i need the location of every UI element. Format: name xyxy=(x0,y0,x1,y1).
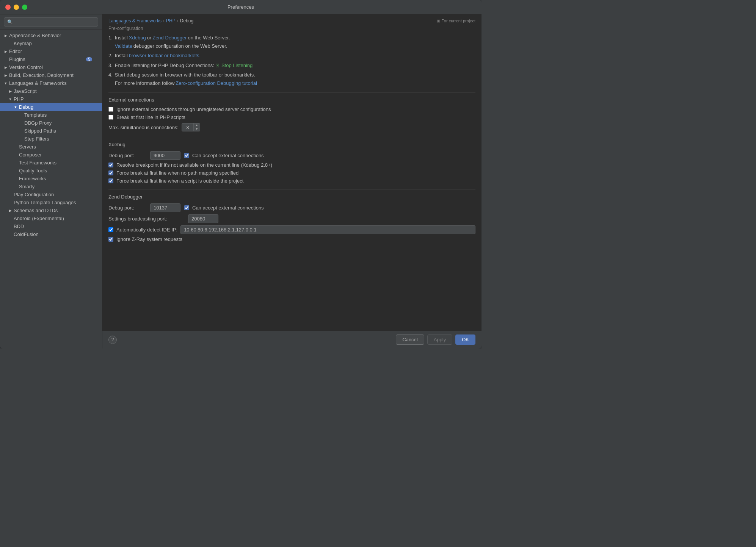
xdebug-can-accept-row: Can accept external connections xyxy=(184,153,264,158)
expand-arrow-icon xyxy=(8,232,13,237)
zend-debug-port-input[interactable] xyxy=(150,203,180,212)
sidebar-item-label: Quality Tools xyxy=(19,168,92,173)
cancel-button[interactable]: Cancel xyxy=(396,334,424,345)
browser-toolbar-link[interactable]: browser toolbar or bookmarklets. xyxy=(129,52,201,59)
sidebar-item-play-configuration[interactable]: Play Configuration xyxy=(0,191,102,198)
xdebug-can-accept-checkbox[interactable] xyxy=(184,153,189,158)
settings-icon xyxy=(94,216,99,221)
zend-broadcast-port-label: Settings broadcasting port: xyxy=(108,216,184,222)
sidebar-item-templates[interactable]: Templates xyxy=(0,111,102,119)
sidebar-item-label: BDD xyxy=(14,223,92,229)
break-first-line-label: Break at first line in PHP scripts xyxy=(116,114,185,120)
external-connections-title: External connections xyxy=(108,97,475,103)
sidebar-item-smarty[interactable]: Smarty xyxy=(0,183,102,191)
minimize-button[interactable] xyxy=(14,5,19,10)
sidebar-item-label: Version Control xyxy=(9,64,92,70)
sidebar-item-label: Editor xyxy=(9,48,99,54)
zend-debugger-title: Zend Debugger xyxy=(108,194,475,200)
sidebar-item-languages-frameworks[interactable]: ▼ Languages & Frameworks xyxy=(0,79,102,87)
expand-arrow-icon: ▶ xyxy=(3,65,8,70)
xdebug-port-row: Debug port: Can accept external connecti… xyxy=(108,151,475,160)
xdebug-force-break-no-mapping-checkbox[interactable] xyxy=(108,170,113,175)
xdebug-force-break-outside-checkbox[interactable] xyxy=(108,178,113,183)
sidebar-item-build-execution[interactable]: ▶ Build, Execution, Deployment xyxy=(0,71,102,79)
sidebar-item-appearance-behavior[interactable]: ▶ Appearance & Behavior xyxy=(0,31,102,39)
zend-port-row: Debug port: Can accept external connecti… xyxy=(108,203,475,212)
sidebar-item-dbgp-proxy[interactable]: DBGp Proxy xyxy=(0,119,102,127)
settings-icon xyxy=(94,224,99,229)
sidebar-item-step-filters[interactable]: Step Filters xyxy=(0,135,102,143)
expand-arrow-icon xyxy=(8,41,13,46)
breadcrumb-php[interactable]: PHP xyxy=(166,18,176,23)
zend-can-accept-row: Can accept external connections xyxy=(184,205,264,211)
zend-auto-detect-ip-input[interactable] xyxy=(180,225,475,234)
step-4-line2: For more information follow Zero-configu… xyxy=(115,80,257,87)
sidebar-item-schemas-dtds[interactable]: ▶ Schemas and DTDs xyxy=(0,206,102,214)
sidebar-item-test-frameworks[interactable]: Test Frameworks xyxy=(0,159,102,167)
expand-arrow-icon: ▶ xyxy=(3,49,8,54)
sidebar-item-bdd[interactable]: BDD xyxy=(0,222,102,230)
spinner-down-button[interactable]: ▼ xyxy=(194,127,200,131)
breadcrumb-languages-frameworks[interactable]: Languages & Frameworks xyxy=(108,18,162,23)
sidebar-item-label: Appearance & Behavior xyxy=(9,33,92,38)
xdebug-link[interactable]: Xdebug xyxy=(129,34,146,42)
ok-button[interactable]: OK xyxy=(455,334,475,345)
break-first-line-checkbox[interactable] xyxy=(108,115,113,120)
settings-icon xyxy=(94,232,99,237)
settings-icon xyxy=(94,65,99,70)
help-button[interactable]: ? xyxy=(108,336,117,344)
zend-ignore-z-ray-checkbox[interactable] xyxy=(108,237,113,242)
sidebar-item-composer[interactable]: Composer xyxy=(0,151,102,159)
validate-link[interactable]: Validate xyxy=(115,42,132,50)
sidebar-item-android[interactable]: Android (Experimental) xyxy=(0,214,102,222)
zend-ignore-z-ray-row: Ignore Z-Ray system requests xyxy=(108,236,475,242)
sidebar-item-quality-tools[interactable]: Quality Tools xyxy=(0,167,102,175)
sidebar-item-coldfusion[interactable]: ColdFusion xyxy=(0,230,102,238)
zend-debugger-link[interactable]: Zend Debugger xyxy=(152,34,187,42)
sidebar-item-label: Build, Execution, Deployment xyxy=(9,72,92,78)
zero-config-link[interactable]: Zero-configuration Debugging tutorial xyxy=(176,80,257,87)
zend-can-accept-checkbox[interactable] xyxy=(184,205,189,210)
spinner-buttons: ▲ ▼ xyxy=(193,123,200,131)
expand-arrow-icon xyxy=(18,136,24,142)
apply-button[interactable]: Apply xyxy=(427,334,453,345)
xdebug-can-accept-label: Can accept external connections xyxy=(192,153,264,158)
expand-arrow-icon xyxy=(13,184,18,189)
sidebar: ▶ Appearance & Behavior Keymap ▶ Editor xyxy=(0,14,102,349)
xdebug-force-break-no-mapping-row: Force break at first line when no path m… xyxy=(108,170,475,176)
sidebar-item-php[interactable]: ▼ PHP xyxy=(0,95,102,103)
sidebar-item-python-template-languages[interactable]: Python Template Languages xyxy=(0,198,102,206)
sidebar-item-skipped-paths[interactable]: Skipped Paths xyxy=(0,127,102,135)
expand-arrow-icon xyxy=(18,120,24,126)
search-input[interactable] xyxy=(4,17,98,27)
close-button[interactable] xyxy=(5,5,11,10)
stop-listening-link[interactable]: Stop Listening xyxy=(221,62,253,69)
settings-icon xyxy=(94,168,99,173)
sidebar-item-version-control[interactable]: ▶ Version Control xyxy=(0,63,102,71)
xdebug-debug-port-input[interactable] xyxy=(150,151,180,160)
zend-auto-detect-row: Automatically detect IDE IP: xyxy=(108,225,475,234)
footer: ? Cancel Apply OK xyxy=(102,330,482,349)
sidebar-item-label: JavaScript xyxy=(14,88,92,94)
settings-icon xyxy=(94,192,99,197)
settings-icon xyxy=(94,184,99,189)
sidebar-item-plugins[interactable]: Plugins 5 xyxy=(0,55,102,63)
xdebug-force-break-outside-label: Force break at first line when a script … xyxy=(116,178,243,184)
sidebar-item-frameworks[interactable]: Frameworks xyxy=(0,175,102,183)
sidebar-item-servers[interactable]: Servers xyxy=(0,143,102,151)
expand-arrow-icon xyxy=(8,224,13,229)
content-scroll: 1. Install Xdebug or Zend Debugger on th… xyxy=(102,34,482,330)
maximize-button[interactable] xyxy=(22,5,27,10)
ignore-external-checkbox[interactable] xyxy=(108,107,113,112)
sidebar-item-editor[interactable]: ▶ Editor xyxy=(0,47,102,55)
break-first-line-row: Break at first line in PHP scripts xyxy=(108,114,475,120)
zend-broadcast-port-input[interactable] xyxy=(188,214,218,223)
sidebar-item-javascript[interactable]: ▶ JavaScript xyxy=(0,87,102,95)
zend-auto-detect-checkbox[interactable] xyxy=(108,227,113,232)
step-2-num: 2. xyxy=(108,52,113,59)
sidebar-item-keymap[interactable]: Keymap xyxy=(0,39,102,47)
spinner-up-button[interactable]: ▲ xyxy=(194,123,200,127)
xdebug-resolve-breakpoint-checkbox[interactable] xyxy=(108,163,113,167)
settings-icon xyxy=(94,113,99,118)
sidebar-item-debug[interactable]: ▼ Debug xyxy=(0,103,102,111)
